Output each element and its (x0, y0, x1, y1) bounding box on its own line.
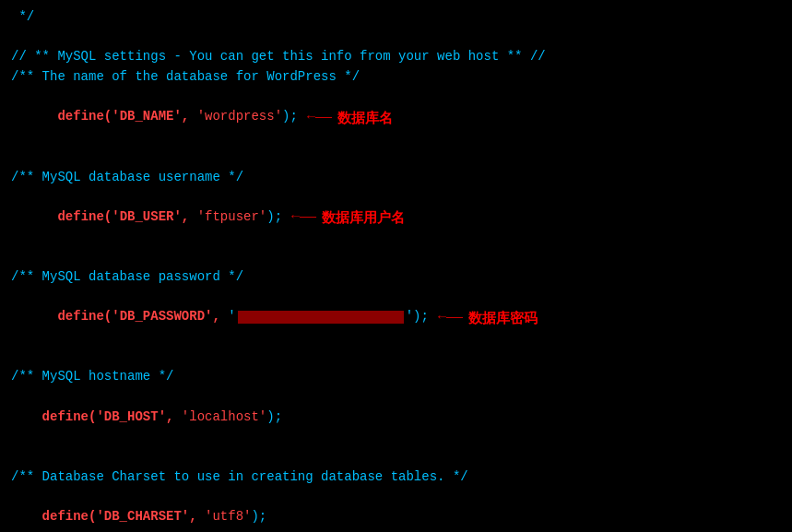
db-name-label: 数据库名 (337, 107, 393, 128)
db-charset-define: define('DB_CHARSET', 'utf8'); (11, 488, 781, 533)
db-user-define: define('DB_USER', 'ftpuser'); (11, 187, 282, 247)
db-name-arrow: ←—— (307, 107, 332, 128)
db-host-comment: /** MySQL hostname */ (11, 367, 781, 387)
db-pass-comment: /** MySQL database password */ (11, 267, 781, 288)
db-charset-comment: /** Database Charset to use in creating … (11, 467, 781, 488)
db-host-define: define('DB_HOST', 'localhost'); (11, 387, 781, 447)
db-name-define: define('DB_NAME', 'wordpress'); (11, 88, 298, 148)
db-pass-label: 数据库密码 (468, 307, 538, 328)
password-redacted (238, 311, 404, 324)
db-pass-arrow: ←—— (438, 307, 463, 328)
db-pass-define: define('DB_PASSWORD', ' '); (11, 288, 429, 348)
code-editor: */ // ** MySQL settings - You can get th… (0, 0, 792, 532)
db-user-label: 数据库用户名 (322, 207, 405, 228)
db-user-arrow: ←—— (291, 207, 316, 228)
db-user-comment: /** MySQL database username */ (11, 168, 781, 188)
mysql-settings-comment: // ** MySQL settings - You can get this … (11, 47, 781, 67)
top-comment: */ (11, 7, 781, 28)
db-name-comment: /** The name of the database for WordPre… (11, 67, 781, 88)
